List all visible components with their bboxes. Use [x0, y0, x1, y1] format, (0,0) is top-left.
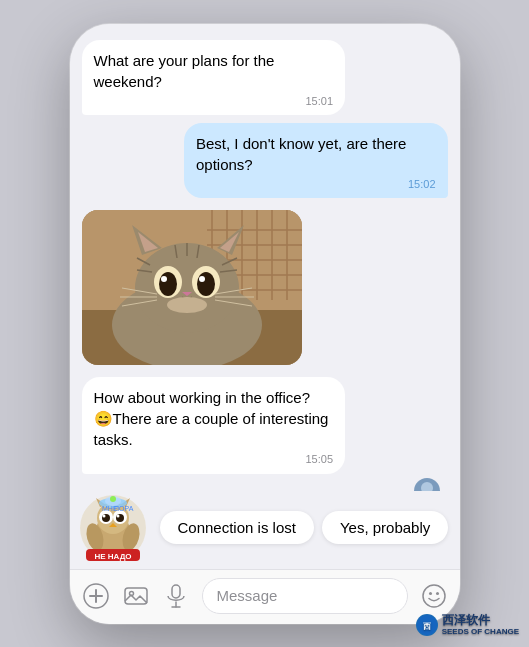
- watermark: 西 西泽软件 SEEDS OF CHANGE: [416, 613, 519, 637]
- svg-point-31: [161, 276, 167, 282]
- svg-point-61: [110, 496, 116, 502]
- message-text-3: How about working in the office? 😄There …: [94, 389, 329, 448]
- suggestions-area: НЕ НАДО МНЕ ПОРА Connection is lost Yes,…: [70, 491, 460, 569]
- message-time-2: 15:02: [196, 177, 436, 192]
- message-time-3: 15:05: [94, 452, 334, 467]
- bubble-outgoing-2: Best, I don't know yet, are there option…: [184, 123, 448, 198]
- watermark-icon: 西: [416, 614, 438, 636]
- bubble-incoming-3: How about working in the office? 😄There …: [82, 377, 346, 473]
- svg-point-74: [436, 592, 439, 595]
- svg-point-40: [167, 297, 207, 313]
- phone-frame: What are your plans for the weekend? 15:…: [70, 24, 460, 624]
- message-text-1: What are your plans for the weekend?: [94, 52, 275, 90]
- svg-point-72: [423, 585, 445, 607]
- message-row-2: Best, I don't know yet, are there option…: [82, 123, 448, 198]
- suggestion-pill-1[interactable]: Connection is lost: [160, 511, 314, 544]
- svg-point-15: [135, 243, 239, 333]
- plus-icon[interactable]: [82, 582, 110, 610]
- avatar-row: [82, 478, 448, 491]
- sticker: НЕ НАДО МНЕ ПОРА: [78, 493, 148, 563]
- svg-point-41: [421, 482, 433, 491]
- bottom-bar: Message: [70, 569, 460, 624]
- svg-point-52: [102, 514, 105, 517]
- suggestion-pill-2[interactable]: Yes, probably: [322, 511, 448, 544]
- svg-point-32: [199, 276, 205, 282]
- message-input[interactable]: Message: [202, 578, 408, 614]
- watermark-text: 西泽软件 SEEDS OF CHANGE: [442, 613, 519, 637]
- chat-area: What are your plans for the weekend? 15:…: [70, 24, 460, 491]
- input-placeholder: Message: [217, 587, 278, 604]
- svg-rect-67: [125, 588, 147, 604]
- svg-text:西: 西: [423, 622, 431, 631]
- svg-point-73: [429, 592, 432, 595]
- emoji-icon[interactable]: [420, 582, 448, 610]
- message-time-1: 15:01: [94, 94, 334, 109]
- svg-point-53: [116, 514, 119, 517]
- svg-text:ПОРА: ПОРА: [114, 505, 134, 512]
- svg-text:НЕ НАДО: НЕ НАДО: [94, 552, 131, 561]
- svg-rect-69: [172, 585, 180, 598]
- message-row-1: What are your plans for the weekend? 15:…: [82, 40, 448, 115]
- bubble-incoming-1: What are your plans for the weekend? 15:…: [82, 40, 346, 115]
- avatar: [414, 478, 440, 491]
- svg-point-29: [159, 272, 177, 296]
- message-row-cat-image: [82, 206, 448, 369]
- mic-icon[interactable]: [162, 582, 190, 610]
- message-row-3: How about working in the office? 😄There …: [82, 377, 448, 473]
- image-icon[interactable]: [122, 582, 150, 610]
- message-text-2: Best, I don't know yet, are there option…: [196, 135, 406, 173]
- svg-point-30: [197, 272, 215, 296]
- cat-image: [82, 210, 302, 365]
